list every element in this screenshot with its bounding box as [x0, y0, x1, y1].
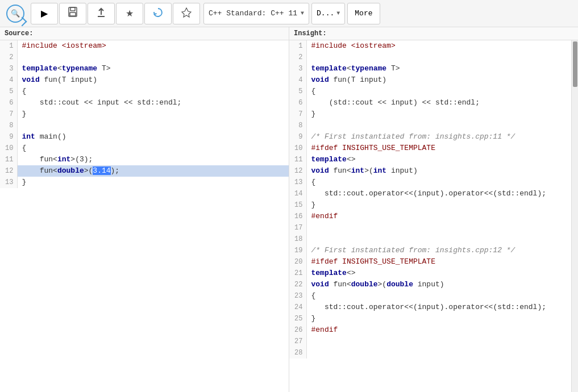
line-content: { [306, 290, 571, 302]
table-row: 8 [0, 120, 289, 131]
line-content: { [17, 143, 289, 154]
line-content: { [306, 177, 571, 188]
line-content: fun<int>(3); [17, 154, 289, 165]
line-content: } [306, 199, 571, 211]
upload-icon [95, 7, 107, 20]
table-row: 14 std::cout.operator<<(input).operator<… [289, 188, 571, 199]
star-icon: ★ [126, 8, 134, 19]
line-content: template<> [306, 268, 571, 279]
table-row: 7} [0, 109, 289, 120]
table-row: 20#ifdef INSIGHTS_USE_TEMPLATE [289, 256, 571, 268]
table-row: 10{ [0, 143, 289, 154]
table-row: 17 [289, 222, 571, 233]
line-content: #include <iostream> [306, 40, 571, 52]
table-row: 11 fun<int>(3); [0, 154, 289, 165]
line-number: 16 [289, 211, 306, 222]
line-number: 11 [289, 154, 306, 165]
table-row: 3template<typename T> [0, 63, 289, 74]
refresh-icon [152, 7, 164, 20]
line-number: 14 [289, 188, 306, 199]
table-row: 18 [289, 233, 571, 245]
line-number: 24 [289, 302, 306, 313]
line-number: 22 [289, 279, 306, 290]
line-content: fun<double>(3.14); [17, 165, 289, 177]
line-content: } [17, 109, 289, 120]
line-number: 8 [289, 120, 306, 131]
line-number: 28 [289, 347, 306, 358]
d-button[interactable]: D... ▼ [311, 3, 345, 24]
table-row: 8 [289, 120, 571, 131]
pin-button[interactable] [173, 3, 200, 24]
line-number: 13 [0, 177, 17, 188]
table-row: 4void fun(T input) [0, 74, 289, 86]
table-row: 26#endif [289, 324, 571, 336]
save-button[interactable] [59, 3, 86, 24]
line-content: void fun(T input) [17, 74, 289, 86]
source-panel: Source: 1#include <iostream>2 3template<… [0, 27, 289, 392]
line-content: std::cout << input << std::endl; [17, 97, 289, 109]
cpp-standard-label: C++ Standard: C++ 11 [209, 9, 297, 18]
logo-button[interactable]: 🔍 [3, 3, 27, 24]
line-content: #include <iostream> [17, 40, 289, 52]
pin-icon [181, 7, 192, 20]
table-row: 16#endif [289, 211, 571, 222]
line-number: 6 [289, 97, 306, 109]
table-row: 2 [0, 52, 289, 63]
line-content: #ifdef INSIGHTS_USE_TEMPLATE [306, 143, 571, 154]
more-button[interactable]: More [347, 3, 380, 24]
line-number: 7 [289, 109, 306, 120]
d-button-label: D... [317, 9, 334, 18]
table-row: 12void fun<int>(int input) [289, 165, 571, 177]
refresh-button[interactable] [144, 3, 172, 24]
star-button[interactable]: ★ [116, 3, 143, 24]
source-panel-header: Source: [0, 27, 289, 40]
line-content: { [306, 86, 571, 97]
line-number: 1 [289, 40, 306, 52]
table-row: 22void fun<double>(double input) [289, 279, 571, 290]
line-content: /* First instantiated from: insights.cpp… [306, 245, 571, 256]
line-number: 2 [0, 52, 17, 63]
table-row: 6 std::cout << input << std::endl; [0, 97, 289, 109]
line-number: 18 [289, 233, 306, 245]
line-number: 20 [289, 256, 306, 268]
play-icon: ▶ [41, 8, 48, 19]
insight-code-area[interactable]: 1#include <iostream>2 3template<typename… [289, 40, 571, 392]
table-row: 15} [289, 199, 571, 211]
line-number: 27 [289, 336, 306, 347]
line-number: 9 [0, 131, 17, 143]
line-content [306, 336, 571, 347]
line-number: 8 [0, 120, 17, 131]
table-row: 1#include <iostream> [0, 40, 289, 52]
line-number: 26 [289, 324, 306, 336]
line-number: 3 [0, 63, 17, 74]
line-number: 5 [0, 86, 17, 97]
insight-scrollbar[interactable] [571, 40, 578, 392]
line-content: template<> [306, 154, 571, 165]
line-number: 11 [0, 154, 17, 165]
table-row: 13} [0, 177, 289, 188]
table-row: 1#include <iostream> [289, 40, 571, 52]
insight-code-lines: 1#include <iostream>2 3template<typename… [289, 40, 571, 358]
line-content [306, 347, 571, 358]
line-content: void fun(T input) [306, 74, 571, 86]
run-button[interactable]: ▶ [31, 3, 58, 24]
table-row: 13{ [289, 177, 571, 188]
line-content: /* First instantiated from: insights.cpp… [306, 131, 571, 143]
line-number: 7 [0, 109, 17, 120]
line-number: 19 [289, 245, 306, 256]
line-content: { [17, 86, 289, 97]
table-row: 12 fun<double>(3.14); [0, 165, 289, 177]
line-number: 25 [289, 313, 306, 324]
search-icon: 🔍 [11, 9, 20, 18]
table-row: 27 [289, 336, 571, 347]
source-code-area[interactable]: 1#include <iostream>2 3template<typename… [0, 40, 289, 392]
line-content [306, 233, 571, 245]
line-number: 15 [289, 199, 306, 211]
cpp-standard-select[interactable]: C++ Standard: C++ 11 ▼ [203, 3, 309, 24]
line-content: int main() [17, 131, 289, 143]
line-number: 21 [289, 268, 306, 279]
table-row: 24 std::cout.operator<<(input).operator<… [289, 302, 571, 313]
line-number: 1 [0, 40, 17, 52]
upload-button[interactable] [88, 3, 115, 24]
line-number: 6 [0, 97, 17, 109]
